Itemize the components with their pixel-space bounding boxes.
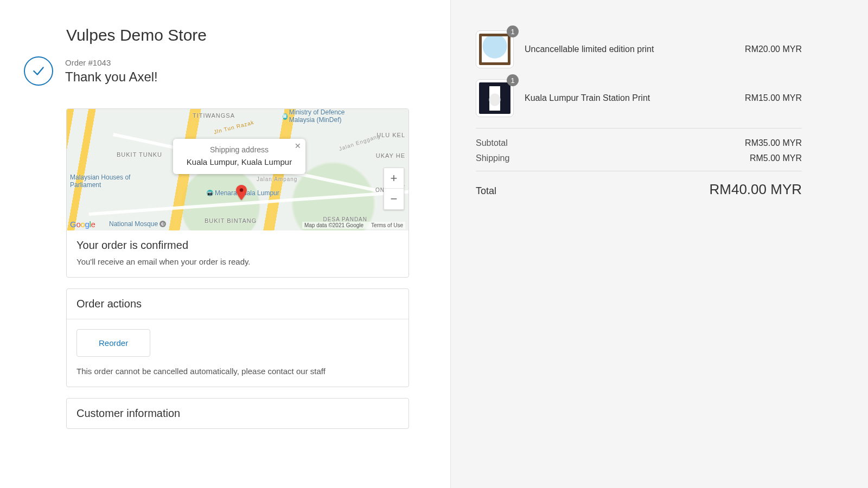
zoom-out-button[interactable]: − [384,189,404,209]
subtotal-value: RM35.00 MYR [745,138,802,148]
product-price: RM15.00 MYR [745,93,802,103]
customer-info-title: Customer information [67,399,409,428]
product-name: Kuala Lumpur Train Station Print [525,92,734,104]
map-poi: 🏛Ministry of Defence Malaysia (MinDef) [283,109,369,124]
order-number: Order #1043 [65,58,158,67]
shipping-label: Shipping [476,153,509,163]
subtotal-row: Subtotal RM35.00 MYR [476,138,802,148]
order-summary-column: 1 Uncancellable limited edition print RM… [450,0,868,488]
shipping-value: RM5.00 MYR [750,153,802,163]
map-poi: National Mosque☪ [109,220,166,228]
total-row: Total RM40.00 MYR [476,181,802,198]
zoom-in-button[interactable]: + [384,168,404,189]
map-poi: Malaysian Houses of Parliament [70,174,141,189]
map-attribution: Map data ©2021 Google Terms of Use [302,222,405,229]
divider [476,171,802,171]
map-label: UKAY HE [376,152,405,159]
terms-link[interactable]: Terms of Use [371,222,403,228]
reorder-button[interactable]: Reorder [76,329,150,357]
checkmark-icon [24,56,53,86]
main-column: Vulpes Demo Store Order #1043 Thank you … [0,0,450,488]
product-thumbnail: 1 [476,30,514,68]
product-thumbnail: 1 [476,79,514,117]
subtotal-label: Subtotal [476,138,508,148]
cart-item: 1 Kuala Lumpur Train Station Print RM15.… [476,79,802,117]
divider [476,128,802,129]
cancel-note: This order cannot be cancelled automatic… [76,367,399,376]
map-label: TITIWANGSA [193,112,235,119]
store-name[interactable]: Vulpes Demo Store [66,26,409,44]
confirm-title: Your order is confirmed [76,239,399,252]
map-road-label: Jalan Ampang [257,176,297,182]
quantity-badge: 1 [507,25,519,37]
popup-title: Shipping address [181,145,298,154]
shipping-map[interactable]: TITIWANGSA BUKIT TUNKU BUKIT BINTANG Amp… [67,109,409,230]
total-label: Total [476,185,496,197]
quantity-badge: 1 [507,74,519,86]
map-info-popup: ✕ Shipping address Kuala Lumpur, Kuala L… [173,139,305,174]
thank-you-heading: Thank you Axel! [65,69,158,85]
map-label: BUKIT TUNKU [117,151,162,158]
popup-location: Kuala Lumpur, Kuala Lumpur [181,157,298,166]
map-label: BUKIT BINTANG [205,217,257,224]
order-actions-panel: Order actions Reorder This order cannot … [66,288,409,387]
confirm-text: You'll receive an email when your order … [76,257,399,266]
cart-item: 1 Uncancellable limited edition print RM… [476,30,802,68]
map-panel: TITIWANGSA BUKIT TUNKU BUKIT BINTANG Amp… [66,108,409,278]
thank-you-row: Order #1043 Thank you Axel! [24,56,409,86]
map-pin-icon [236,185,247,200]
total-value: RM40.00 MYR [710,181,802,198]
close-icon[interactable]: ✕ [295,142,301,150]
shipping-row: Shipping RM5.00 MYR [476,153,802,163]
order-actions-title: Order actions [67,289,409,319]
customer-info-panel: Customer information [66,398,409,429]
svg-point-0 [240,188,244,192]
product-price: RM20.00 MYR [745,44,802,54]
map-zoom-control: + − [384,168,404,210]
google-logo: Google [70,220,95,229]
product-name: Uncancellable limited edition print [525,43,734,55]
